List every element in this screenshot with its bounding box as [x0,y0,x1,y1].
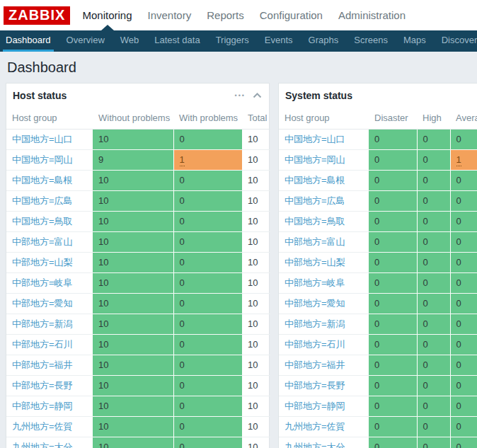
host-group-link[interactable]: 中部地方=福井 [285,360,345,370]
host-group-link[interactable]: 中部地方=山梨 [12,257,73,268]
host-group-link[interactable]: 中部地方=長野 [285,380,345,391]
host-group-link[interactable]: 中国地方=鳥取 [285,216,345,226]
cell-without: 10 [93,334,173,355]
sub-nav-item-events[interactable]: Events [262,30,296,52]
column-header-average: Average [450,107,477,129]
host-group-link[interactable]: 中部地方=岐阜 [12,277,73,288]
sub-nav-item-dashboard[interactable]: Dashboard [3,30,54,52]
cell-with: 0 [173,129,242,149]
host-group-link[interactable]: 中部地方=富山 [285,236,345,247]
cell-host-group: 中国地方=山口 [6,129,93,149]
system-status-widget-header: System status ••• [279,84,477,107]
problem-count-link[interactable]: 1 [180,154,185,166]
chevron-up-icon[interactable] [253,93,262,98]
table-row: 中国地方=山口000 [279,129,477,149]
active-nav-pointer-icon [101,25,114,30]
sub-nav-item-web[interactable]: Web [117,30,142,52]
cell-high: 0 [417,190,450,211]
host-group-link[interactable]: 中国地方=山口 [12,134,73,144]
table-row: 中国地方=島根000 [279,170,477,190]
table-row: 中国地方=岡山001 [279,149,477,170]
host-group-link[interactable]: 中部地方=静岡 [12,401,73,411]
sub-nav-item-screens[interactable]: Screens [351,30,391,52]
main-nav-item-administration[interactable]: Administration [331,0,413,30]
cell-without: 10 [93,170,173,190]
host-group-link[interactable]: 中国地方=島根 [285,175,345,185]
host-group-link[interactable]: 九州地方=佐賀 [12,421,73,432]
main-nav-item-reports[interactable]: Reports [199,0,252,30]
cell-high: 0 [417,129,450,149]
main-nav-item-inventory[interactable]: Inventory [140,0,200,30]
host-group-link[interactable]: 中国地方=岡山 [285,154,345,165]
cell-average: 0 [450,211,477,231]
sub-nav-item-discovery[interactable]: Discovery [439,30,477,52]
table-row: 中国地方=岡山9110 [6,149,270,170]
cell-average: 0 [450,293,477,314]
zabbix-logo[interactable]: ZABBIX [4,6,70,25]
host-group-link[interactable]: 中部地方=愛知 [285,298,345,309]
host-group-link[interactable]: 中部地方=愛知 [12,298,73,309]
host-group-link[interactable]: 九州地方=佐賀 [285,421,345,432]
cell-without: 10 [93,190,173,211]
cell-total: 10 [242,149,270,170]
cell-host-group: 中部地方=富山 [6,231,93,252]
cell-total: 10 [242,293,270,314]
host-group-link[interactable]: 中国地方=岡山 [12,154,73,165]
cell-host-group: 九州地方=大分 [279,437,369,448]
cell-high: 0 [417,170,450,190]
host-group-link[interactable]: 中部地方=新潟 [12,318,73,329]
page-title-bar: Dashboard [0,52,477,83]
page-title: Dashboard [7,59,470,76]
table-row: 中部地方=長野10010 [6,375,270,396]
host-group-link[interactable]: 中部地方=長野 [12,380,73,391]
host-group-link[interactable]: 中国地方=鳥取 [12,216,73,226]
problem-count-link[interactable]: 1 [456,154,461,166]
sub-nav-item-triggers[interactable]: Triggers [213,30,252,52]
widget-menu-icon[interactable]: ••• [235,92,246,99]
cell-without: 10 [93,437,173,448]
cell-host-group: 中部地方=岐阜 [6,272,93,293]
host-group-link[interactable]: 中部地方=富山 [12,236,73,247]
host-group-link[interactable]: 中部地方=山梨 [285,257,345,268]
host-group-link[interactable]: 中部地方=石川 [12,339,73,350]
widget-actions: ••• [235,92,262,99]
system-status-widget: System status ••• Host groupDisasterHigh… [278,83,477,448]
cell-total: 10 [242,314,270,334]
cell-host-group: 中部地方=山梨 [279,252,369,272]
cell-with: 0 [173,416,242,437]
cell-host-group: 中国地方=島根 [279,170,369,190]
table-row: 中部地方=新潟10010 [6,314,270,334]
cell-high: 0 [417,334,450,355]
cell-host-group: 中部地方=愛知 [279,293,369,314]
table-row: 中部地方=静岡10010 [6,396,270,416]
cell-host-group: 中国地方=岡山 [6,149,93,170]
host-group-link[interactable]: 中国地方=山口 [285,134,345,144]
host-group-link[interactable]: 中国地方=広島 [285,195,345,206]
cell-host-group: 中部地方=福井 [6,355,93,375]
host-group-link[interactable]: 中部地方=岐阜 [285,277,345,288]
cell-total: 10 [242,334,270,355]
cell-disaster: 0 [369,252,417,272]
table-row: 九州地方=大分000 [279,437,477,448]
host-group-link[interactable]: 九州地方=大分 [285,442,345,448]
host-group-link[interactable]: 中国地方=広島 [12,195,73,206]
cell-without: 10 [93,252,173,272]
host-group-link[interactable]: 中部地方=新潟 [285,318,345,329]
sub-nav-item-latest-data[interactable]: Latest data [151,30,202,52]
sub-nav-item-maps[interactable]: Maps [401,30,429,52]
cell-without: 10 [93,231,173,252]
main-nav-item-configuration[interactable]: Configuration [252,0,331,30]
main-nav: MonitoringInventoryReportsConfigurationA… [74,0,413,30]
cell-total: 10 [242,129,270,149]
host-group-link[interactable]: 中部地方=石川 [285,339,345,350]
cell-disaster: 0 [369,129,417,149]
cell-disaster: 0 [369,396,417,416]
host-group-link[interactable]: 中国地方=島根 [12,175,73,185]
sub-nav-item-overview[interactable]: Overview [64,30,108,52]
sub-nav-item-graphs[interactable]: Graphs [306,30,342,52]
host-group-link[interactable]: 九州地方=大分 [12,442,73,448]
cell-without: 10 [93,272,173,293]
host-group-link[interactable]: 中部地方=静岡 [285,401,345,411]
table-row: 中部地方=岐阜10010 [6,272,270,293]
host-group-link[interactable]: 中部地方=福井 [12,360,73,370]
